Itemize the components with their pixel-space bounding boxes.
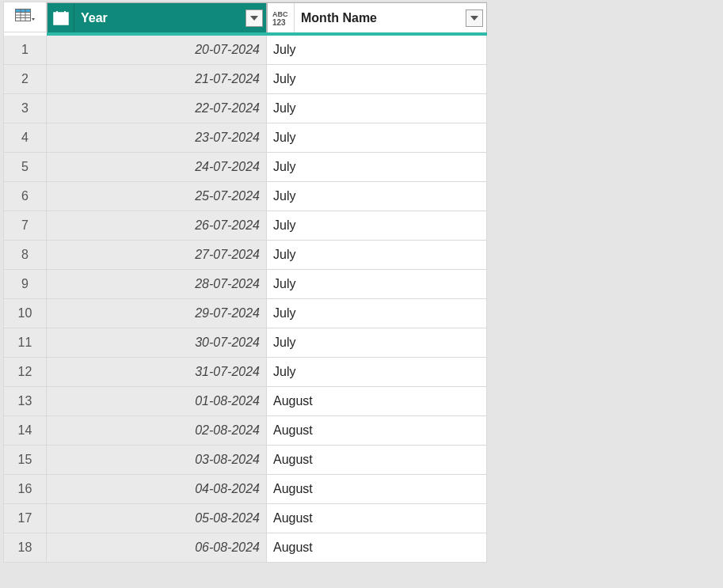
row-number[interactable]: 2	[4, 65, 47, 94]
abc123-icon: ABC 123	[271, 9, 291, 28]
filter-button-year[interactable]	[245, 9, 263, 27]
cell-month[interactable]: August	[267, 533, 487, 563]
table-row[interactable]: 322-07-2024July	[4, 94, 487, 123]
table-row[interactable]: 1130-07-2024July	[4, 328, 487, 358]
table-row[interactable]: 1402-08-2024August	[4, 416, 487, 446]
svg-rect-13	[56, 21, 59, 23]
cell-month[interactable]: July	[267, 65, 487, 94]
row-number[interactable]: 13	[4, 387, 47, 416]
cell-year[interactable]: 27-07-2024	[47, 241, 267, 270]
cell-month[interactable]: July	[267, 94, 487, 123]
column-type-button-year[interactable]	[48, 3, 74, 32]
cell-month[interactable]: July	[267, 358, 487, 387]
svg-text:123: 123	[272, 18, 286, 27]
calendar-icon	[52, 10, 70, 26]
cell-year[interactable]: 01-08-2024	[47, 387, 267, 416]
cell-month[interactable]: July	[267, 241, 487, 270]
table-row[interactable]: 524-07-2024July	[4, 153, 487, 182]
table-row[interactable]: 726-07-2024July	[4, 211, 487, 241]
row-number[interactable]: 14	[4, 416, 47, 446]
cell-year[interactable]: 22-07-2024	[47, 94, 267, 123]
row-number[interactable]: 15	[4, 446, 47, 475]
cell-month[interactable]: July	[267, 211, 487, 241]
cell-year[interactable]: 06-08-2024	[47, 533, 267, 563]
row-number[interactable]: 6	[4, 182, 47, 211]
row-number[interactable]: 3	[4, 94, 47, 123]
cell-year[interactable]: 30-07-2024	[47, 328, 267, 358]
table-row[interactable]: 423-07-2024July	[4, 123, 487, 153]
table-row[interactable]: 625-07-2024July	[4, 182, 487, 211]
cell-month[interactable]: July	[267, 153, 487, 182]
svg-rect-9	[64, 11, 66, 14]
cell-month[interactable]: July	[267, 123, 487, 153]
column-label: Month Name	[301, 10, 466, 25]
row-number[interactable]: 10	[4, 299, 47, 328]
column-type-button-month[interactable]: ABC 123	[268, 3, 295, 32]
cell-year[interactable]: 04-08-2024	[47, 475, 267, 504]
table-row[interactable]: 1503-08-2024August	[4, 446, 487, 475]
cell-month[interactable]: August	[267, 504, 487, 533]
data-grid: Year ABC 123 Month Name	[3, 2, 487, 563]
table-row[interactable]: 1806-08-2024August	[4, 533, 487, 563]
cell-month[interactable]: July	[267, 36, 487, 65]
svg-rect-7	[54, 13, 68, 16]
cell-year[interactable]: 29-07-2024	[47, 299, 267, 328]
row-number[interactable]: 11	[4, 328, 47, 358]
row-number[interactable]: 9	[4, 270, 47, 299]
table-row[interactable]: 221-07-2024July	[4, 65, 487, 94]
chevron-down-icon	[470, 16, 478, 21]
column-header-year[interactable]: Year	[47, 2, 267, 32]
cell-month[interactable]: August	[267, 387, 487, 416]
cell-year[interactable]: 24-07-2024	[47, 153, 267, 182]
select-all-corner[interactable]	[4, 2, 47, 32]
cell-month[interactable]: July	[267, 182, 487, 211]
cell-year[interactable]: 20-07-2024	[47, 36, 267, 65]
svg-rect-11	[60, 18, 63, 20]
cell-month[interactable]: August	[267, 475, 487, 504]
row-number[interactable]: 7	[4, 211, 47, 241]
chevron-down-icon	[250, 16, 258, 21]
row-number[interactable]: 17	[4, 504, 47, 533]
column-label: Year	[81, 10, 245, 25]
cell-month[interactable]: July	[267, 328, 487, 358]
table-row[interactable]: 120-07-2024July	[4, 36, 487, 65]
rows-container: 120-07-2024July221-07-2024July322-07-202…	[4, 36, 487, 563]
svg-rect-1	[15, 9, 30, 12]
cell-month[interactable]: August	[267, 446, 487, 475]
cell-year[interactable]: 03-08-2024	[47, 446, 267, 475]
table-row[interactable]: 1705-08-2024August	[4, 504, 487, 533]
table-row[interactable]: 1301-08-2024August	[4, 387, 487, 416]
table-row[interactable]: 1231-07-2024July	[4, 358, 487, 387]
svg-rect-14	[60, 21, 63, 23]
table-icon	[15, 9, 36, 26]
svg-text:ABC: ABC	[272, 10, 288, 18]
column-header-month[interactable]: ABC 123 Month Name	[267, 2, 487, 32]
cell-year[interactable]: 31-07-2024	[47, 358, 267, 387]
cell-year[interactable]: 26-07-2024	[47, 211, 267, 241]
cell-year[interactable]: 05-08-2024	[47, 504, 267, 533]
cell-year[interactable]: 23-07-2024	[47, 123, 267, 153]
cell-year[interactable]: 25-07-2024	[47, 182, 267, 211]
cell-year[interactable]: 21-07-2024	[47, 65, 267, 94]
row-number[interactable]: 16	[4, 475, 47, 504]
table-row[interactable]: 827-07-2024July	[4, 241, 487, 270]
cell-year[interactable]: 28-07-2024	[47, 270, 267, 299]
row-number[interactable]: 12	[4, 358, 47, 387]
svg-rect-10	[56, 18, 59, 20]
filter-button-month[interactable]	[466, 9, 483, 27]
table-row[interactable]: 928-07-2024July	[4, 270, 487, 299]
row-number[interactable]: 1	[4, 36, 47, 65]
row-number[interactable]: 8	[4, 241, 47, 270]
header-row: Year ABC 123 Month Name	[4, 2, 487, 32]
row-number[interactable]: 4	[4, 123, 47, 153]
table-row[interactable]: 1604-08-2024August	[4, 475, 487, 504]
svg-rect-8	[56, 11, 58, 14]
cell-month[interactable]: August	[267, 416, 487, 446]
cell-month[interactable]: July	[267, 270, 487, 299]
row-number[interactable]: 18	[4, 533, 47, 563]
svg-rect-12	[64, 18, 67, 20]
table-row[interactable]: 1029-07-2024July	[4, 299, 487, 328]
cell-year[interactable]: 02-08-2024	[47, 416, 267, 446]
row-number[interactable]: 5	[4, 153, 47, 182]
cell-month[interactable]: July	[267, 299, 487, 328]
